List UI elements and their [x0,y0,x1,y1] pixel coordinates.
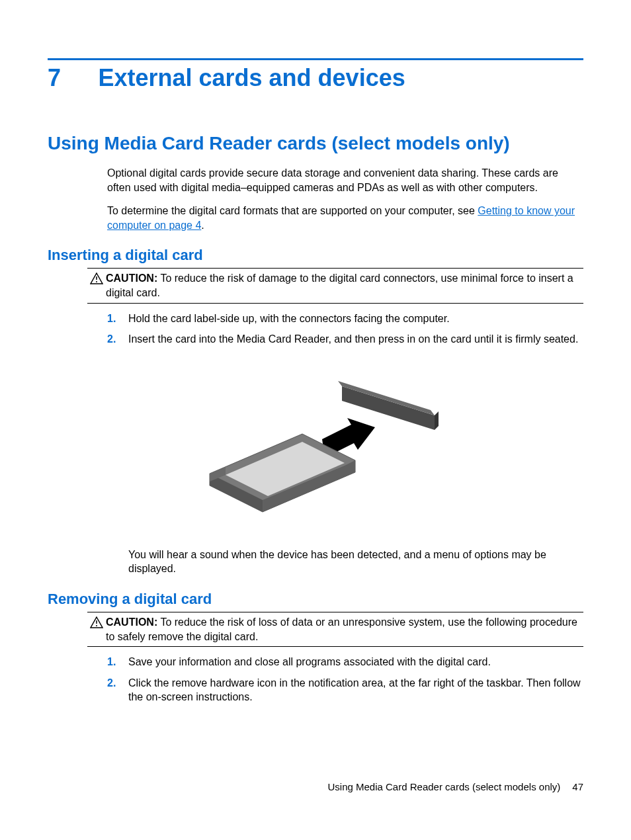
list-item: 1.Save your information and close all pr… [107,655,583,669]
page-footer: Using Media Card Reader cards (select mo… [328,781,584,792]
chapter-rule [48,58,583,60]
caution-label: CAUTION: [106,616,157,628]
step-number: 2. [107,676,128,704]
caution-insert: CAUTION: To reduce the risk of damage to… [87,268,583,303]
footer-section: Using Media Card Reader cards (select mo… [328,781,561,792]
caution-rule-bottom [87,303,583,304]
intro-text-after-link: . [201,220,204,231]
warning-icon [87,615,106,630]
chapter-number: 7 [48,64,95,92]
list-item: 1.Hold the card label-side up, with the … [107,312,583,326]
step-text: Insert the card into the Media Card Read… [128,332,583,347]
caution-remove: CAUTION: To reduce the risk of loss of d… [87,612,583,647]
chapter-title: External cards and devices [98,64,405,92]
caution-text: To reduce the risk of damage to the digi… [106,273,573,298]
step-number: 1. [107,312,128,326]
intro-paragraph-1: Optional digital cards provide secure da… [107,166,583,194]
step-text: Save your information and close all prog… [128,655,583,669]
step-number: 2. [107,332,128,347]
insert-after-text: You will hear a sound when the device ha… [128,548,583,576]
insert-card-illustration [48,361,583,536]
step-number: 1. [107,655,128,669]
step-text: Hold the card label-side up, with the co… [128,312,583,326]
intro-paragraph-2: To determine the digital card formats th… [107,204,583,232]
caution-rule-bottom [87,646,583,647]
intro-text-before-link: To determine the digital card formats th… [107,205,478,216]
subsection-insert-heading: Inserting a digital card [48,247,583,264]
step-text: Click the remove hardware icon in the no… [128,676,583,704]
caution-label: CAUTION: [106,273,157,284]
insert-steps: 1.Hold the card label-side up, with the … [107,312,583,347]
list-item: 2.Click the remove hardware icon in the … [107,676,583,704]
warning-icon [87,271,106,286]
chapter-heading: 7 External cards and devices [48,64,583,92]
section-heading: Using Media Card Reader cards (select mo… [48,133,583,154]
footer-page-number: 47 [572,781,583,792]
list-item: 2.Insert the card into the Media Card Re… [107,332,583,347]
subsection-remove-heading: Removing a digital card [48,591,583,608]
svg-marker-4 [435,411,439,430]
caution-text: To reduce the risk of loss of data or an… [106,616,577,642]
svg-point-1 [96,281,97,282]
remove-steps: 1.Save your information and close all pr… [107,655,583,704]
svg-point-12 [96,625,97,626]
